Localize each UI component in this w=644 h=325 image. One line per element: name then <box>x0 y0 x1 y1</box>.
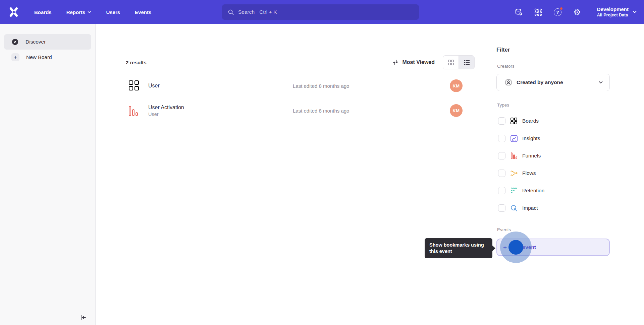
chevron-down-icon <box>88 11 91 13</box>
result-title: User Activation <box>148 105 184 111</box>
nav-boards-label: Boards <box>34 9 52 15</box>
help-icon[interactable]: ? <box>553 8 562 16</box>
last-edited: Last edited 8 months ago <box>293 83 349 89</box>
view-toggle <box>443 55 475 69</box>
result-title: User <box>148 83 160 89</box>
topbar-actions: ? ⚙ Development All Project Data <box>515 0 637 24</box>
impact-type-icon <box>510 204 518 212</box>
type-label: Boards <box>522 118 539 124</box>
type-filter-impact[interactable]: Impact <box>496 199 610 217</box>
type-filter-retention[interactable]: Retention <box>496 182 610 199</box>
nav-users-label: Users <box>106 9 120 15</box>
grid-view-icon <box>447 59 454 66</box>
plus-icon: + <box>503 244 507 251</box>
tooltip: Show bookmarks using this event <box>425 238 492 258</box>
creator-avatar: KM <box>450 104 463 117</box>
result-subtitle: User <box>148 112 184 117</box>
search-placeholder: Search <box>238 9 255 15</box>
checkbox[interactable] <box>498 187 505 194</box>
add-event-label: Add event <box>511 244 536 250</box>
funnels-type-icon <box>510 152 518 160</box>
types-section-label: Types <box>497 103 509 108</box>
chevron-down-icon <box>633 11 637 13</box>
creator-avatar: KM <box>450 79 463 92</box>
nav-users[interactable]: Users <box>106 9 120 15</box>
gear-glyph: ⚙ <box>574 8 581 16</box>
filter-title: Filter <box>496 47 510 53</box>
checkbox[interactable] <box>498 117 505 125</box>
creators-value: Created by anyone <box>517 79 563 85</box>
nav-boards[interactable]: Boards <box>34 9 52 15</box>
retention-type-icon <box>510 187 518 195</box>
grid-view-button[interactable] <box>443 56 459 69</box>
compass-icon <box>11 38 19 46</box>
type-label: Retention <box>522 188 544 194</box>
type-label: Impact <box>522 205 538 211</box>
settings-gear-icon[interactable]: ⚙ <box>573 8 582 16</box>
sidebar-item-label: Discover <box>25 39 46 45</box>
type-filter-insights[interactable]: Insights <box>496 130 610 147</box>
search-input[interactable]: Search Ctrl + K <box>222 4 419 20</box>
results-header: 2 results Most Viewed <box>126 55 475 70</box>
sidebar-item-label: New Board <box>26 54 52 60</box>
type-label: Flows <box>522 170 536 176</box>
top-navbar: Boards Reports Users Events Search Ctrl … <box>0 0 644 24</box>
mixpanel-logo-icon[interactable] <box>8 6 19 18</box>
creators-section-label: Creators <box>497 64 515 69</box>
project-switcher[interactable]: Development All Project Data <box>597 6 637 18</box>
type-filter-boards[interactable]: Boards <box>496 112 610 130</box>
project-scope: All Project Data <box>597 13 628 18</box>
nav-reports-label: Reports <box>66 9 86 15</box>
results-count: 2 results <box>126 60 147 65</box>
last-edited: Last edited 8 months ago <box>293 108 349 114</box>
list-view-icon <box>463 59 470 66</box>
tooltip-arrow <box>492 245 495 251</box>
sidebar: Discover + New Board <box>0 24 96 325</box>
chevron-down-icon <box>599 81 603 84</box>
notification-dot <box>559 7 563 10</box>
collapse-sidebar-icon[interactable] <box>79 314 87 321</box>
flows-type-icon <box>510 169 518 177</box>
funnel-type-icon <box>129 105 140 116</box>
app-window: Boards Reports Users Events Search Ctrl … <box>0 0 644 325</box>
sort-dropdown[interactable]: Most Viewed <box>392 59 435 66</box>
person-badge-icon <box>505 79 512 86</box>
apps-grid-icon[interactable] <box>534 8 543 16</box>
list-view-button[interactable] <box>459 56 474 69</box>
sidebar-footer <box>0 310 95 325</box>
sidebar-item-discover[interactable]: Discover <box>4 34 91 50</box>
sort-arrows-icon <box>392 59 399 66</box>
sidebar-item-new-board[interactable]: + New Board <box>4 50 91 65</box>
boards-type-icon <box>510 117 518 125</box>
type-filter-funnels[interactable]: Funnels <box>496 147 610 165</box>
nav-events-label: Events <box>135 9 151 15</box>
checkbox[interactable] <box>498 152 505 159</box>
result-row-user-activation[interactable]: User Activation User Last edited 8 month… <box>126 98 472 123</box>
search-icon <box>228 9 234 15</box>
data-management-icon[interactable] <box>515 8 523 16</box>
nav-reports[interactable]: Reports <box>66 9 92 15</box>
tooltip-text-line2: this event <box>429 248 488 255</box>
checkbox[interactable] <box>498 170 505 177</box>
insights-type-icon <box>510 134 518 142</box>
primary-nav: Boards Reports Users Events <box>34 9 151 15</box>
plus-icon: + <box>11 53 19 61</box>
creators-dropdown[interactable]: Created by anyone <box>496 74 610 91</box>
type-label: Insights <box>522 135 540 141</box>
divider <box>126 72 472 72</box>
type-label: Funnels <box>522 153 541 159</box>
add-event-button[interactable]: + Add event <box>496 239 610 256</box>
events-section-label: Events <box>497 227 511 232</box>
tooltip-text-line1: Show bookmarks using <box>429 242 488 248</box>
sort-label: Most Viewed <box>402 59 435 65</box>
board-type-icon <box>129 80 140 91</box>
project-name: Development <box>597 6 629 13</box>
checkbox[interactable] <box>498 135 505 142</box>
type-filter-flows[interactable]: Flows <box>496 165 610 182</box>
result-row-user[interactable]: User Last edited 8 months ago KM <box>126 73 472 98</box>
search-shortcut: Ctrl + K <box>259 9 277 15</box>
nav-events[interactable]: Events <box>135 9 151 15</box>
checkbox[interactable] <box>498 204 505 212</box>
